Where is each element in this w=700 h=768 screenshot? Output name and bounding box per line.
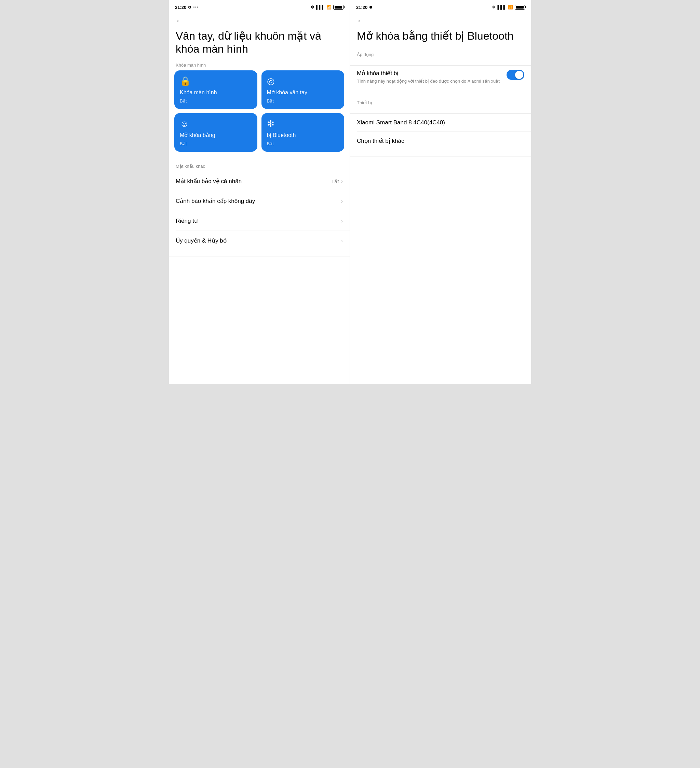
divider-right-5	[350, 156, 531, 157]
status-left-left: 21:20 ···	[175, 4, 199, 10]
left-screen: 21:20 ··· ✻ ▌▌▌ 📶 100 ← Vân tay, dữ liệu…	[169, 0, 350, 384]
wifi-icon-left: 📶	[327, 5, 332, 10]
toggle-main-label: Mở khóa thiết bị	[357, 70, 501, 77]
status-right-left: ✻ ▌▌▌ 📶 100	[311, 5, 343, 10]
chevron-1: ›	[341, 198, 343, 204]
tile-face-unlock[interactable]: ☺ Mở khóa bằng Bật	[174, 113, 257, 152]
divider-1	[169, 158, 350, 158]
battery-left: 100	[333, 5, 343, 10]
status-bar-left: 21:20 ··· ✻ ▌▌▌ 📶 100	[169, 0, 350, 13]
list-item-right-2: ›	[341, 218, 343, 224]
right-screen: 21:20 ✻ ▌▌▌ 📶 100 ← Mở khóa bằng thiết b…	[350, 0, 531, 384]
toggle-switch[interactable]	[506, 70, 524, 80]
device-name-item[interactable]: Xiaomi Smart Band 8 4C40(4C40)	[350, 114, 531, 131]
choose-other-device[interactable]: Chọn thiết bị khác	[350, 132, 531, 150]
bluetooth-icon-left: ✻	[311, 5, 314, 10]
tile-label-0: Khóa màn hình	[180, 89, 217, 96]
page-title-right: Mở khóa bằng thiết bị Bluetooth	[350, 27, 531, 47]
signal-dot-left	[188, 6, 191, 8]
section-label-other: Mật khẩu khác	[169, 162, 350, 171]
status-right-right: ✻ ▌▌▌ 📶 100	[492, 5, 525, 10]
toggle-row: Mở khóa thiết bị Tính năng này hoạt động…	[350, 66, 531, 88]
time-right: 21:20	[356, 5, 367, 10]
battery-right: 100	[515, 5, 525, 10]
chevron-3: ›	[341, 238, 343, 244]
divider-5	[169, 256, 350, 257]
list-item-right-1: ›	[341, 198, 343, 204]
list-item-personal-password[interactable]: Mật khẩu bảo vệ cá nhân Tắt ›	[169, 171, 350, 191]
list-item-emergency[interactable]: Cảnh báo khẩn cấp không dây ›	[169, 191, 350, 211]
back-button-right[interactable]: ←	[350, 13, 531, 27]
list-item-text-0: Mật khẩu bảo vệ cá nhân	[176, 178, 242, 185]
section-device-label: Thiết bị	[350, 95, 531, 107]
list-item-text-3: Ủy quyền & Hủy bỏ	[176, 237, 227, 244]
tile-fingerprint[interactable]: ◎ Mở khóa vân tay Bật	[261, 70, 344, 109]
tile-label-3: bị Bluetooth	[267, 132, 296, 138]
battery-text-left: 100	[333, 5, 343, 9]
tile-sublabel-3: Bật	[267, 141, 274, 146]
list-item-right-0: Tắt ›	[331, 178, 343, 184]
section-label-lock: Khóa màn hình	[169, 61, 350, 70]
tile-label-2: Mở khóa bằng	[180, 132, 215, 138]
tile-sublabel-0: Bật	[180, 98, 187, 104]
chevron-2: ›	[341, 218, 343, 224]
toggle-text-block: Mở khóa thiết bị Tính năng này hoạt động…	[357, 70, 506, 85]
bluetooth-icon-right: ✻	[492, 5, 496, 10]
back-arrow-left: ←	[176, 16, 183, 25]
signal-bars-left: ▌▌▌	[316, 5, 325, 10]
list-item-privacy[interactable]: Riêng tư ›	[169, 211, 350, 230]
dots-menu-left: ···	[193, 4, 199, 10]
lock-icon: 🔒	[180, 76, 191, 86]
status-bar-right: 21:20 ✻ ▌▌▌ 📶 100	[350, 0, 531, 13]
tile-label-1: Mở khóa vân tay	[267, 89, 308, 96]
face-icon: ☺	[180, 118, 189, 129]
tiles-grid: 🔒 Khóa màn hình Bật ◎ Mở khóa vân tay Bậ…	[169, 70, 350, 152]
bluetooth-tile-icon: ✻	[267, 118, 274, 129]
tile-sublabel-2: Bật	[180, 141, 187, 146]
list-item-text-1: Cảnh báo khẩn cấp không dây	[176, 197, 255, 205]
battery-text-right: 100	[515, 5, 525, 9]
list-item-authorize[interactable]: Ủy quyền & Hủy bỏ ›	[169, 231, 350, 250]
fingerprint-icon: ◎	[267, 76, 275, 86]
back-button-left[interactable]: ←	[169, 13, 350, 27]
time-left: 21:20	[175, 5, 186, 10]
section-apply-label: Áp dụng	[350, 47, 531, 59]
back-arrow-right: ←	[357, 16, 364, 25]
toggle-sub-label: Tính năng này hoạt động với thiết bị đeo…	[357, 78, 501, 85]
signal-bars-right: ▌▌▌	[497, 5, 506, 10]
list-item-text-2: Riêng tư	[176, 217, 198, 224]
list-item-right-3: ›	[341, 238, 343, 244]
status-left-right: 21:20	[356, 5, 372, 10]
tile-sublabel-1: Bật	[267, 98, 274, 104]
page-title-left: Vân tay, dữ liệu khuôn mặt và khóa màn h…	[169, 27, 350, 61]
activity-indicator	[370, 6, 372, 8]
tile-lock-screen[interactable]: 🔒 Khóa màn hình Bật	[174, 70, 257, 109]
list-item-value-0: Tắt	[331, 178, 339, 184]
wifi-icon-right: 📶	[508, 5, 513, 10]
chevron-0: ›	[341, 178, 343, 184]
tile-bluetooth-unlock[interactable]: ✻ bị Bluetooth Bật	[261, 113, 344, 152]
